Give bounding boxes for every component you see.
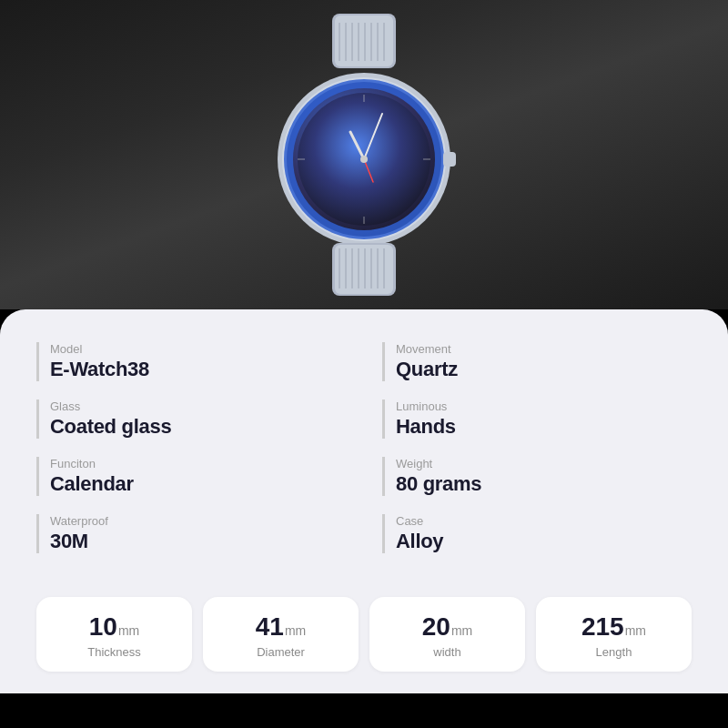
dim-unit: mm <box>451 623 472 638</box>
dim-value: 20 <box>422 613 450 642</box>
spec-value: Alloy <box>396 530 443 553</box>
dim-label: Length <box>596 645 632 659</box>
spec-label: Model <box>50 342 149 356</box>
spec-value: 30M <box>50 530 108 553</box>
spec-label: Glass <box>50 399 171 413</box>
dimension-card-thickness: 10 mm Thickness <box>36 597 192 672</box>
dimension-card-length: 215 mm Length <box>536 597 692 672</box>
spec-item-weight: Weight 80 grams <box>382 457 692 496</box>
dim-label: Diameter <box>257 645 305 659</box>
svg-rect-23 <box>443 152 456 167</box>
specs-left-column: Model E-Watch38 Glass Coated glass Funci… <box>36 342 346 571</box>
dim-label: Thickness <box>87 645 141 659</box>
spec-item-case: Case Alloy <box>382 514 692 553</box>
spec-item-waterproof: Waterproof 30M <box>36 514 346 553</box>
svg-point-22 <box>360 156 368 163</box>
dim-value: 41 <box>256 613 284 642</box>
spec-value: Coated glass <box>50 415 171 439</box>
spec-value: Hands <box>396 415 456 439</box>
dimension-card-diameter: 41 mm Diameter <box>203 597 359 672</box>
dim-unit: mm <box>285 623 306 638</box>
spec-item-movement: Movement Quartz <box>382 342 692 381</box>
dim-label: width <box>433 645 460 659</box>
spec-item-glass: Glass Coated glass <box>36 399 346 439</box>
specs-grid: Model E-Watch38 Glass Coated glass Funci… <box>36 342 692 571</box>
dimensions-row: 10 mm Thickness 41 mm Diameter 20 mm wid… <box>36 597 692 672</box>
spec-label: Weight <box>396 457 481 470</box>
spec-value: Quartz <box>396 358 458 381</box>
dim-unit: mm <box>118 623 139 638</box>
spec-value: 80 grams <box>396 472 481 496</box>
dim-unit: mm <box>625 623 646 638</box>
dim-value: 10 <box>89 613 117 642</box>
watch-hero-image <box>0 0 728 309</box>
dim-value: 215 <box>581 613 624 642</box>
spec-label: Movement <box>396 342 458 356</box>
spec-item-luminous: Luminous Hands <box>382 399 692 439</box>
spec-label: Waterproof <box>50 514 108 528</box>
specs-right-column: Movement Quartz Luminous Hands Weight 80… <box>382 342 692 571</box>
spec-value: Calendar <box>50 472 134 496</box>
specs-panel: Model E-Watch38 Glass Coated glass Funci… <box>0 309 728 693</box>
spec-label: Funciton <box>50 457 134 470</box>
spec-label: Luminous <box>396 399 456 413</box>
spec-value: E-Watch38 <box>50 358 149 381</box>
watch-illustration <box>255 14 473 296</box>
spec-label: Case <box>396 514 443 528</box>
spec-item-funciton: Funciton Calendar <box>36 457 346 496</box>
dimension-card-width: 20 mm width <box>369 597 525 672</box>
spec-item-model: Model E-Watch38 <box>36 342 346 381</box>
